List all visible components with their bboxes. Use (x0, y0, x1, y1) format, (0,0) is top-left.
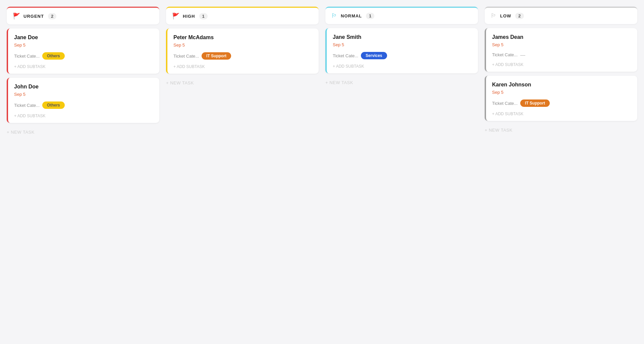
task-date: Sep 5 (492, 42, 631, 47)
column-high: 🚩 HIGH 1 Peter McAdams Sep 5 Ticket Cate… (166, 7, 319, 137)
task-date: Sep 5 (14, 92, 153, 97)
task-field-label: Ticket Cate... (492, 101, 518, 106)
task-field-row: Ticket Cate... — (492, 52, 631, 58)
column-count-normal: 1 (366, 13, 374, 19)
task-field-row: Ticket Cate... Others (14, 52, 153, 60)
column-count-high: 1 (199, 13, 208, 19)
task-date: Sep 5 (173, 43, 313, 48)
task-field-label: Ticket Cate... (14, 103, 40, 108)
task-card-normal-0: Jane Smith Sep 5 Ticket Cate... Services… (325, 28, 478, 73)
task-name: Karen Johnson (492, 82, 631, 88)
task-name: James Dean (492, 34, 631, 40)
column-title-high: HIGH (183, 14, 195, 19)
task-name: John Doe (14, 84, 153, 90)
column-title-urgent: URGENT (23, 14, 44, 19)
add-subtask-button[interactable]: + ADD SUBTASK (492, 62, 631, 67)
new-task-button-low[interactable]: + NEW TASK (485, 125, 637, 135)
task-card-low-0: James Dean Sep 5 Ticket Cate... — + ADD … (485, 28, 637, 72)
column-title-low: LOW (500, 13, 511, 18)
task-field-label: Ticket Cate... (333, 53, 358, 58)
add-subtask-button[interactable]: + ADD SUBTASK (173, 64, 313, 69)
flag-icon-urgent: 🚩 (13, 12, 20, 20)
task-field-label: Ticket Cate... (492, 52, 518, 57)
kanban-board: 🚩 URGENT 2 Jane Doe Sep 5 Ticket Cate...… (7, 7, 637, 137)
column-header-high: 🚩 HIGH 1 (166, 7, 319, 24)
column-count-urgent: 2 (48, 13, 56, 19)
tag-others: Others (42, 101, 65, 109)
task-card-urgent-1: John Doe Sep 5 Ticket Cate... Others + A… (7, 78, 159, 123)
add-subtask-button[interactable]: + ADD SUBTASK (333, 64, 472, 69)
task-name: Peter McAdams (173, 35, 313, 41)
tag-services: Services (361, 52, 387, 59)
flag-icon-high: 🚩 (172, 12, 179, 20)
column-low: 🏳 LOW 2 James Dean Sep 5 Ticket Cate... … (485, 7, 637, 137)
task-date: Sep 5 (333, 42, 472, 47)
task-card-urgent-0: Jane Doe Sep 5 Ticket Cate... Others + A… (7, 28, 159, 74)
tag-others: Others (42, 52, 65, 60)
column-normal: 🏳 NORMAL 1 Jane Smith Sep 5 Ticket Cate.… (325, 7, 478, 137)
task-field-row: Ticket Cate... Services (333, 52, 472, 59)
task-card-high-0: Peter McAdams Sep 5 Ticket Cate... IT Su… (166, 28, 319, 74)
new-task-button-urgent[interactable]: + NEW TASK (7, 127, 159, 137)
column-header-normal: 🏳 NORMAL 1 (325, 7, 478, 24)
add-subtask-button[interactable]: + ADD SUBTASK (492, 112, 631, 116)
task-name: Jane Doe (14, 35, 153, 41)
flag-icon-normal: 🏳 (331, 12, 337, 19)
flag-icon-low: 🏳 (491, 12, 497, 19)
column-header-low: 🏳 LOW 2 (485, 7, 637, 24)
tag-it-support: IT Support (202, 52, 231, 60)
add-subtask-button[interactable]: + ADD SUBTASK (14, 64, 153, 69)
task-date: Sep 5 (492, 90, 631, 95)
new-task-button-high[interactable]: + NEW TASK (166, 78, 319, 88)
column-header-urgent: 🚩 URGENT 2 (7, 7, 159, 24)
task-name: Jane Smith (333, 34, 472, 40)
add-subtask-button[interactable]: + ADD SUBTASK (14, 114, 153, 118)
task-card-low-1: Karen Johnson Sep 5 Ticket Cate... IT Su… (485, 76, 637, 121)
task-field-row: Ticket Cate... IT Support (492, 99, 631, 107)
tag-it-support: IT Support (520, 99, 550, 107)
tag-dash: — (520, 52, 525, 58)
new-task-button-normal[interactable]: + NEW TASK (325, 77, 478, 88)
column-title-normal: NORMAL (341, 13, 362, 18)
task-field-row: Ticket Cate... IT Support (173, 52, 313, 60)
task-field-label: Ticket Cate... (173, 54, 199, 59)
column-count-low: 2 (515, 13, 524, 19)
task-field-row: Ticket Cate... Others (14, 101, 153, 109)
task-field-label: Ticket Cate... (14, 54, 40, 59)
column-urgent: 🚩 URGENT 2 Jane Doe Sep 5 Ticket Cate...… (7, 7, 159, 137)
task-date: Sep 5 (14, 43, 153, 48)
